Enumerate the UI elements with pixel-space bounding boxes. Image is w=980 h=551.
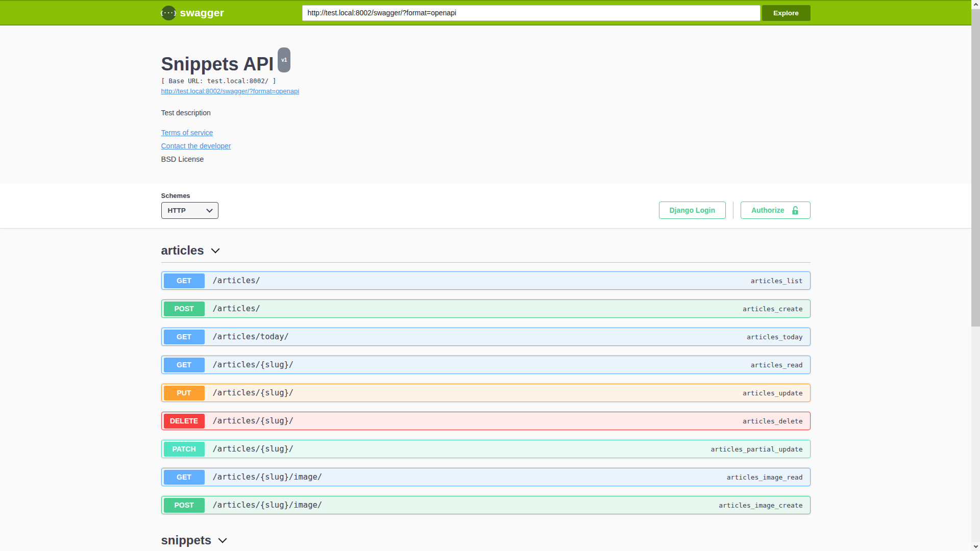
scheme-container: Schemes HTTP Django Login Authorize xyxy=(0,184,971,228)
method-badge: GET xyxy=(164,470,205,485)
download-url-form: Explore xyxy=(302,5,811,21)
swagger-logo: {···} swagger xyxy=(161,6,225,20)
section-heading[interactable]: snippets xyxy=(161,533,811,551)
operation-id: articles_create xyxy=(743,305,804,313)
scrollbar-thumb[interactable] xyxy=(971,9,980,327)
operation-row[interactable]: DELETE /articles/{slug}/ articles_delete xyxy=(161,412,811,430)
api-sections: articles GET /articles/ articles_list PO… xyxy=(161,228,811,551)
api-title: Snippets APIv1 xyxy=(161,49,811,75)
schemes-block: Schemes HTTP xyxy=(161,192,218,219)
auth-wrapper: Django Login Authorize xyxy=(659,202,811,219)
unlock-icon xyxy=(791,206,800,215)
django-login-label: Django Login xyxy=(670,206,715,214)
authorize-button[interactable]: Authorize xyxy=(741,202,811,219)
operation-id: articles_delete xyxy=(743,417,804,425)
operation-path: /articles/{slug}/image/ xyxy=(213,500,323,510)
operation-path: /articles/ xyxy=(213,304,260,313)
chevron-down-icon xyxy=(206,206,213,213)
scheme-select[interactable]: HTTP xyxy=(161,202,218,219)
scrollbar xyxy=(971,0,980,551)
scroll-up-icon xyxy=(973,3,977,7)
swagger-logo-icon: {···} xyxy=(161,6,176,20)
contact-developer-link[interactable]: Contact the developer xyxy=(161,142,231,150)
api-section: articles GET /articles/ articles_list PO… xyxy=(161,243,811,533)
django-login-button[interactable]: Django Login xyxy=(659,202,726,219)
method-badge: PUT xyxy=(164,386,205,400)
operation-path: /articles/{slug}/ xyxy=(213,360,294,369)
chevron-down-icon xyxy=(218,534,227,543)
operation-id: articles_list xyxy=(751,277,805,285)
method-badge: POST xyxy=(164,498,205,513)
operation-path: /articles/{slug}/ xyxy=(213,416,294,425)
operation-path: /articles/today/ xyxy=(213,332,289,341)
version-badge: v1 xyxy=(278,47,290,72)
method-badge: GET xyxy=(164,273,205,288)
operation-row[interactable]: GET /articles/{slug}/image/ articles_ima… xyxy=(161,468,811,486)
method-badge: DELETE xyxy=(164,414,205,429)
section-heading[interactable]: articles xyxy=(161,243,811,263)
api-info: Snippets APIv1 [ Base URL: test.local:80… xyxy=(161,26,811,163)
operations-list: GET /articles/ articles_list POST /artic… xyxy=(161,263,811,514)
operation-path: /articles/{slug}/ xyxy=(213,444,294,454)
scrollbar-up-button[interactable] xyxy=(971,0,980,9)
auth-divider xyxy=(733,202,733,219)
spec-url-input[interactable] xyxy=(302,5,761,21)
chevron-down-icon xyxy=(211,244,219,253)
operation-id: articles_read xyxy=(751,361,805,369)
section-title: articles xyxy=(161,243,204,258)
base-url: [ Base URL: test.local:8002/ ] xyxy=(161,77,811,85)
method-badge: GET xyxy=(164,358,205,372)
operation-row[interactable]: PATCH /articles/{slug}/ articles_partial… xyxy=(161,440,811,458)
api-description: Test description xyxy=(161,109,811,117)
section-title: snippets xyxy=(161,533,212,547)
operation-path: /articles/{slug}/ xyxy=(213,388,294,397)
authorize-label: Authorize xyxy=(751,206,785,214)
swagger-ui-page: {···} swagger Explore Snippets APIv1 [ B… xyxy=(0,0,971,551)
swagger-logo-text: swagger xyxy=(180,7,225,19)
license-text: BSD License xyxy=(161,155,811,163)
schemes-label: Schemes xyxy=(161,192,218,199)
operation-row[interactable]: GET /articles/ articles_list xyxy=(161,271,811,290)
method-badge: PATCH xyxy=(164,442,205,457)
operation-row[interactable]: PUT /articles/{slug}/ articles_update xyxy=(161,384,811,402)
scroll-down-icon xyxy=(973,544,977,548)
explore-button[interactable]: Explore xyxy=(762,5,811,21)
terms-of-service-link[interactable]: Terms of service xyxy=(161,129,213,137)
operation-path: /articles/{slug}/image/ xyxy=(213,472,323,482)
operation-id: articles_image_create xyxy=(719,502,804,509)
operation-row[interactable]: POST /articles/ articles_create xyxy=(161,299,811,318)
operation-id: articles_update xyxy=(743,389,804,397)
method-badge: GET xyxy=(164,330,205,344)
scrollbar-down-button[interactable] xyxy=(971,542,980,551)
operation-id: articles_image_read xyxy=(727,473,805,481)
topbar: {···} swagger Explore xyxy=(0,0,971,26)
operation-row[interactable]: POST /articles/{slug}/image/ articles_im… xyxy=(161,496,811,514)
scheme-select-value: HTTP xyxy=(168,207,186,214)
operation-path: /articles/ xyxy=(213,276,260,285)
operation-id: articles_today xyxy=(747,333,805,341)
operation-id: articles_partial_update xyxy=(710,445,804,453)
operation-row[interactable]: GET /articles/{slug}/ articles_read xyxy=(161,356,811,374)
spec-link[interactable]: http://test.local:8002/swagger/?format=o… xyxy=(161,87,300,95)
method-badge: POST xyxy=(164,302,205,316)
operation-row[interactable]: GET /articles/today/ articles_today xyxy=(161,328,811,346)
api-section: snippets GET /snippets/ snippets_list xyxy=(161,533,811,551)
